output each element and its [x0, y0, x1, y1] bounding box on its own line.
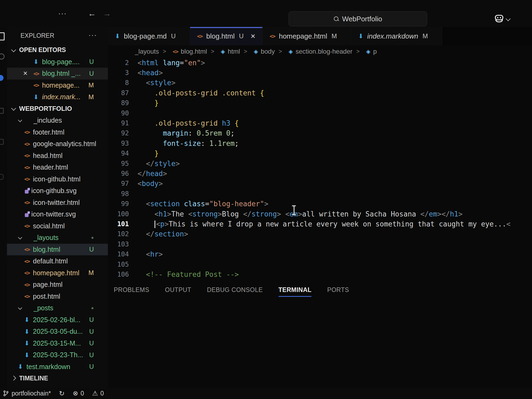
- breadcrumb-item[interactable]: ◈ p: [352, 48, 377, 55]
- code-line[interactable]: 98: [108, 189, 532, 199]
- source-control-badge[interactable]: [0, 75, 4, 81]
- open-editor-item[interactable]: ⬇ index.mark... M: [7, 91, 108, 103]
- open-editor-item[interactable]: ⬇ blog-page.... U: [7, 56, 108, 68]
- branch-status[interactable]: portfoliochain*: [3, 390, 51, 397]
- close-icon[interactable]: ×: [23, 69, 33, 78]
- tree-item[interactable]: _includes: [7, 115, 108, 126]
- tree-item[interactable]: _layouts ●: [7, 232, 108, 244]
- menu-item[interactable]: [5, 11, 13, 16]
- git-status-badge: U: [89, 70, 94, 77]
- code-line[interactable]: 106 <!-- Featured Post -->: [108, 269, 532, 279]
- breadcrumb-item[interactable]: ◈ body: [240, 48, 275, 55]
- code-line[interactable]: 97<body>: [108, 179, 532, 189]
- nav-back-icon[interactable]: ←: [88, 9, 96, 18]
- tree-item[interactable]: <> post.html: [7, 291, 108, 302]
- open-editors-header[interactable]: OPEN EDITORS: [7, 44, 108, 56]
- tree-item[interactable]: <> social.html: [7, 220, 108, 232]
- errors-status[interactable]: ⊗ 0: [73, 390, 84, 397]
- tree-item[interactable]: ⬇ 2025-03-15-M... U: [7, 338, 108, 349]
- menu-item[interactable]: [38, 11, 46, 16]
- open-editor-item[interactable]: × <> blog.html _... U: [7, 68, 108, 80]
- search-activity-icon[interactable]: [0, 53, 5, 60]
- breadcrumb-item[interactable]: ◈ html: [207, 48, 240, 55]
- sync-status[interactable]: ↻: [59, 390, 65, 397]
- code-line[interactable]: 95 </style>: [108, 159, 532, 168]
- tree-item[interactable]: ⬇ 2025-03-05-du... U: [7, 326, 108, 338]
- tree-item[interactable]: icon-github.svg: [7, 185, 108, 197]
- open-editor-item[interactable]: <> homepage... M: [7, 80, 108, 91]
- accounts-activity-icon[interactable]: [0, 174, 4, 180]
- editor-tab[interactable]: <> blog.html U ×: [190, 27, 263, 45]
- panel-tab[interactable]: DEBUG CONSOLE: [207, 286, 263, 294]
- tree-item[interactable]: <> icon-github.html: [7, 173, 108, 185]
- run-debug-activity-icon[interactable]: [0, 108, 4, 114]
- breadcrumb-item[interactable]: <> blog.html: [159, 48, 207, 55]
- editor-tab[interactable]: ⬇ blog-page.md U: [108, 27, 190, 45]
- code-line[interactable]: 102 </section>: [108, 229, 532, 239]
- menu-item[interactable]: [13, 11, 22, 16]
- breadcrumb-item[interactable]: ◈ section.blog-header: [275, 48, 352, 55]
- code-line[interactable]: 92 margin: 0.5rem 0;: [108, 128, 532, 138]
- tree-item[interactable]: <> default.html: [7, 255, 108, 267]
- code-line[interactable]: 104 <hr>: [108, 249, 532, 259]
- tree-item[interactable]: <> page.html: [7, 279, 108, 291]
- copilot-menu[interactable]: [494, 14, 510, 23]
- code-line[interactable]: 87 .old-posts-grid .content {: [108, 88, 532, 98]
- tree-item[interactable]: icon-twitter.svg: [7, 208, 108, 220]
- tree-item[interactable]: ⬇ 2025-03-23-Th... U: [7, 349, 108, 361]
- breadcrumb-item[interactable]: _layouts: [135, 48, 159, 55]
- menu-item[interactable]: [46, 11, 54, 16]
- tree-item[interactable]: _posts ●: [7, 302, 108, 314]
- explorer-activity-icon[interactable]: [0, 32, 5, 40]
- explorer-actions-button[interactable]: ···: [87, 31, 99, 40]
- file-label: 2025-03-23-Th...: [33, 351, 83, 359]
- code-line[interactable]: 8 <style>: [108, 78, 532, 88]
- command-center-search[interactable]: WebPortfolio: [289, 11, 427, 26]
- code-line[interactable]: 103: [108, 239, 532, 249]
- tree-item[interactable]: <> blog.html U: [7, 244, 108, 256]
- editor-tab[interactable]: <> homepage.html M: [263, 27, 351, 45]
- panel-tab[interactable]: PROBLEMS: [114, 286, 149, 294]
- code-line[interactable]: 96</head>: [108, 168, 532, 178]
- timeline-header[interactable]: TIMELINE: [7, 373, 108, 384]
- git-status-badge: U: [89, 316, 94, 324]
- editor-tab[interactable]: ⬇ index.markdown M: [351, 27, 442, 45]
- code-line[interactable]: 101 <p>This is where I drop a new articl…: [108, 219, 532, 229]
- line-number: 101: [108, 220, 138, 228]
- tab-label: index.markdown: [367, 32, 418, 40]
- panel-tab[interactable]: PORTS: [327, 286, 349, 294]
- menu-overflow-button[interactable]: ···: [54, 7, 71, 20]
- code-line[interactable]: 3<head>: [108, 68, 532, 78]
- workspace-header[interactable]: WEBPORTFOLIO: [7, 103, 108, 115]
- code-line[interactable]: 89 }: [108, 98, 532, 108]
- code-line[interactable]: 2<html lang="en">: [108, 58, 532, 68]
- code-line[interactable]: 90: [108, 108, 532, 118]
- tree-item[interactable]: <> homepage.html M: [7, 267, 108, 279]
- code-line[interactable]: 93 font-size: 1.1rem;: [108, 138, 532, 148]
- code-line[interactable]: 100 <h1>The <strong>Blog </strong> <em>a…: [108, 209, 532, 219]
- tree-item[interactable]: ⬇ 2025-02-26-bl... U: [7, 314, 108, 326]
- menu-item[interactable]: [22, 11, 30, 16]
- terminal-output[interactable]: [108, 298, 532, 379]
- panel-tab[interactable]: TERMINAL: [279, 286, 312, 294]
- menu-item[interactable]: [30, 11, 38, 16]
- extensions-activity-icon[interactable]: [0, 139, 4, 145]
- warnings-status[interactable]: ⚠ 0: [92, 390, 104, 397]
- tree-item[interactable]: <> google-analytics.html: [7, 138, 108, 150]
- file-label: icon-github.svg: [31, 187, 77, 195]
- close-icon[interactable]: ×: [251, 32, 256, 40]
- code-line[interactable]: 91 .old-posts-grid h3 {: [108, 118, 532, 128]
- code-editor[interactable]: 2<html lang="en">3<head>8 <style>87 .old…: [108, 58, 532, 281]
- panel-tab[interactable]: OUTPUT: [165, 286, 191, 294]
- search-icon: [334, 16, 339, 22]
- line-number: 87: [108, 89, 138, 97]
- tree-item[interactable]: ⬇ test.markdown U: [7, 361, 108, 373]
- code-line[interactable]: 105: [108, 259, 532, 269]
- code-line[interactable]: 99 <section class="blog-header">: [108, 199, 532, 209]
- tree-item[interactable]: <> head.html: [7, 150, 108, 162]
- tree-item[interactable]: <> icon-twitter.html: [7, 197, 108, 209]
- tree-item[interactable]: <> header.html: [7, 161, 108, 173]
- tree-item[interactable]: <> footer.html: [7, 126, 108, 138]
- code-line[interactable]: 94 }: [108, 149, 532, 159]
- nav-forward-icon[interactable]: →: [103, 9, 111, 18]
